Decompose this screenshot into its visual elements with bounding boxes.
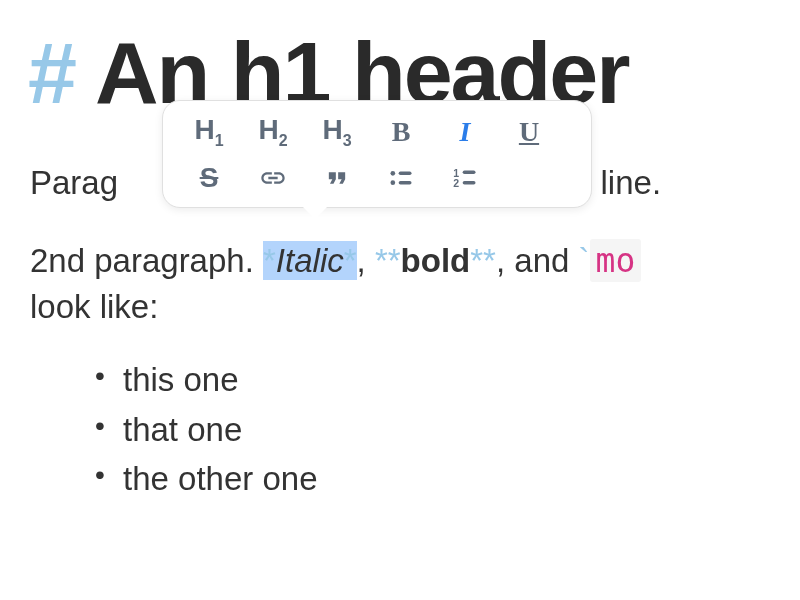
list-item[interactable]: this one	[95, 355, 318, 405]
formatting-toolbar: H1 H2 H3 B I U S 12	[162, 100, 592, 208]
bold-button[interactable]: B	[373, 113, 429, 151]
strikethrough-icon: S	[200, 162, 219, 194]
svg-point-1	[391, 180, 396, 185]
quote-button[interactable]	[309, 159, 365, 197]
backtick-mark: `	[579, 242, 590, 279]
svg-rect-3	[399, 181, 412, 185]
bullet-list[interactable]: this one that one the other one	[95, 355, 318, 504]
p2-sep2: , and	[496, 242, 579, 279]
h1-button[interactable]: H1	[181, 113, 237, 151]
bold-close-mark: **	[470, 242, 496, 279]
link-icon	[259, 164, 287, 192]
h2-icon: H2	[258, 114, 287, 150]
link-button[interactable]	[245, 159, 301, 197]
svg-rect-6	[463, 170, 476, 174]
p2-line2: look like:	[30, 288, 158, 325]
bold-open-mark: **	[375, 242, 401, 279]
numbered-list-button[interactable]: 12	[437, 159, 493, 197]
underline-icon: U	[519, 116, 539, 148]
svg-rect-7	[463, 181, 476, 185]
p2-sep1: ,	[357, 242, 375, 279]
italic-button[interactable]: I	[437, 113, 493, 151]
italic-icon: I	[460, 116, 471, 148]
list-item[interactable]: that one	[95, 405, 318, 455]
heading-hash-mark: #	[28, 22, 77, 124]
numbered-list-icon: 12	[451, 164, 479, 192]
underline-button[interactable]: U	[501, 113, 557, 151]
bold-icon: B	[392, 116, 411, 148]
bulleted-list-icon	[387, 164, 415, 192]
h1-icon: H1	[194, 114, 223, 150]
h2-button[interactable]: H2	[245, 113, 301, 151]
list-item[interactable]: the other one	[95, 454, 318, 504]
svg-point-0	[391, 171, 396, 176]
code-snippet: mo	[590, 239, 642, 282]
italic-close-mark: *	[344, 242, 357, 279]
h3-icon: H3	[322, 114, 351, 150]
paragraph-1-prefix: Parag	[30, 164, 118, 201]
italic-open-mark: *	[263, 242, 276, 279]
selection-highlight: *Italic*	[263, 241, 357, 280]
h3-button[interactable]: H3	[309, 113, 365, 151]
strikethrough-button[interactable]: S	[181, 159, 237, 197]
italic-text: Italic	[276, 242, 344, 279]
svg-rect-2	[399, 172, 412, 176]
quote-icon	[323, 164, 351, 192]
svg-text:2: 2	[453, 177, 459, 189]
p2-prefix: 2nd paragraph.	[30, 242, 263, 279]
paragraph-2[interactable]: 2nd paragraph. *Italic*, **bold**, and `…	[30, 238, 641, 330]
bulleted-list-button[interactable]	[373, 159, 429, 197]
bold-text: bold	[401, 242, 471, 279]
